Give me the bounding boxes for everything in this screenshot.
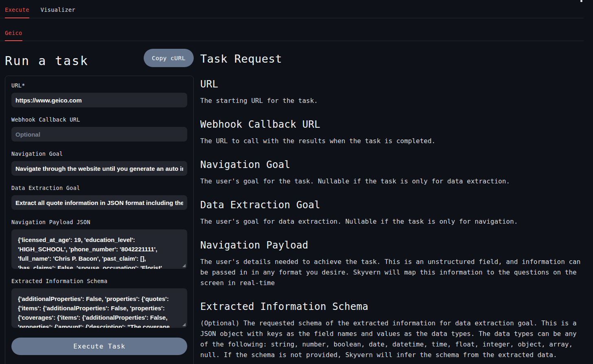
doc-section-data-extraction-goal: Data Extraction Goal The user's goal for…	[200, 199, 584, 227]
doc-section-url: URL The starting URL for the task.	[200, 78, 584, 106]
doc-heading: Data Extraction Goal	[200, 199, 584, 211]
doc-heading: Navigation Payload	[200, 239, 584, 251]
scrollbar-thumb[interactable]	[580, 0, 582, 2]
url-input[interactable]	[11, 93, 187, 107]
task-form-panel: Run a task Copy cURL URL* Webhook Callba…	[5, 49, 194, 364]
webhook-callback-url-label: Webhook Callback URL	[11, 116, 187, 123]
task-request-docs-panel: Task Request URL The starting URL for th…	[200, 49, 584, 360]
main-tab-bar: Execute Visualizer	[0, 0, 584, 18]
navigation-goal-label: Navigation Goal	[11, 150, 187, 157]
tab-geico[interactable]: Geico	[5, 18, 22, 41]
doc-section-extracted-information-schema: Extracted Information Schema (Optional) …	[200, 301, 584, 360]
navigation-payload-json-label: Navigation Payload JSON	[11, 219, 187, 225]
doc-body: The starting URL for the task.	[200, 96, 583, 106]
doc-section-webhook-callback-url: Webhook Callback URL The URL to call wit…	[200, 118, 584, 146]
copy-curl-button[interactable]: Copy cURL	[144, 49, 194, 67]
doc-section-navigation-payload: Navigation Payload The user's details ne…	[200, 239, 584, 288]
url-label: URL*	[11, 82, 187, 89]
tab-visualizer[interactable]: Visualizer	[41, 0, 75, 18]
app: Execute Visualizer Geico Run a task Copy…	[0, 0, 584, 364]
field-navigation-goal: Navigation Goal	[11, 150, 187, 176]
extracted-information-schema-textarea[interactable]: {'additionalProperties': False, 'propert…	[11, 288, 187, 328]
task-form-card: URL* Webhook Callback URL Navigation Goa…	[5, 76, 194, 364]
main-content: Run a task Copy cURL URL* Webhook Callba…	[0, 41, 584, 364]
field-url: URL*	[11, 82, 187, 107]
field-navigation-payload-json: Navigation Payload JSON {'licensed_at_ag…	[11, 219, 187, 269]
page-tab-bar: Geico	[0, 18, 584, 41]
data-extraction-goal-label: Data Extraction Goal	[11, 185, 187, 191]
doc-body: The user's details needed to achieve the…	[200, 257, 583, 288]
navigation-payload-json-wrap: {'licensed_at_age': 19, 'education_level…	[11, 229, 187, 269]
execute-task-button[interactable]: Execute Task	[11, 338, 187, 355]
doc-heading: Navigation Goal	[200, 159, 584, 171]
doc-heading: Extracted Information Schema	[200, 301, 584, 313]
doc-section-navigation-goal: Navigation Goal The user's goal for the …	[200, 159, 584, 187]
navigation-goal-input[interactable]	[11, 161, 187, 176]
page-title: Run a task	[5, 49, 89, 68]
doc-body: The user's goal for data extraction. Nul…	[200, 216, 583, 227]
doc-heading: URL	[200, 78, 584, 90]
doc-body: (Optional) The requested schema of the e…	[200, 318, 583, 360]
extracted-information-schema-wrap: {'additionalProperties': False, 'propert…	[11, 288, 187, 328]
field-extracted-information-schema: Extracted Information Schema {'additiona…	[11, 278, 187, 328]
form-header: Run a task Copy cURL	[5, 49, 194, 68]
doc-body: The URL to call with the results when th…	[200, 136, 583, 146]
docs-title: Task Request	[200, 52, 584, 66]
doc-body: The user's goal for the task. Nullable i…	[200, 176, 583, 187]
field-webhook-callback-url: Webhook Callback URL	[11, 116, 187, 142]
doc-heading: Webhook Callback URL	[200, 118, 584, 131]
navigation-payload-json-textarea[interactable]: {'licensed_at_age': 19, 'education_level…	[11, 229, 187, 269]
field-data-extraction-goal: Data Extraction Goal	[11, 185, 187, 210]
tab-execute[interactable]: Execute	[5, 0, 29, 18]
resize-handle-icon[interactable]	[182, 264, 186, 267]
resize-handle-icon[interactable]	[182, 323, 186, 326]
data-extraction-goal-input[interactable]	[11, 195, 187, 210]
webhook-callback-url-input[interactable]	[11, 127, 187, 142]
extracted-information-schema-label: Extracted Information Schema	[11, 278, 187, 284]
